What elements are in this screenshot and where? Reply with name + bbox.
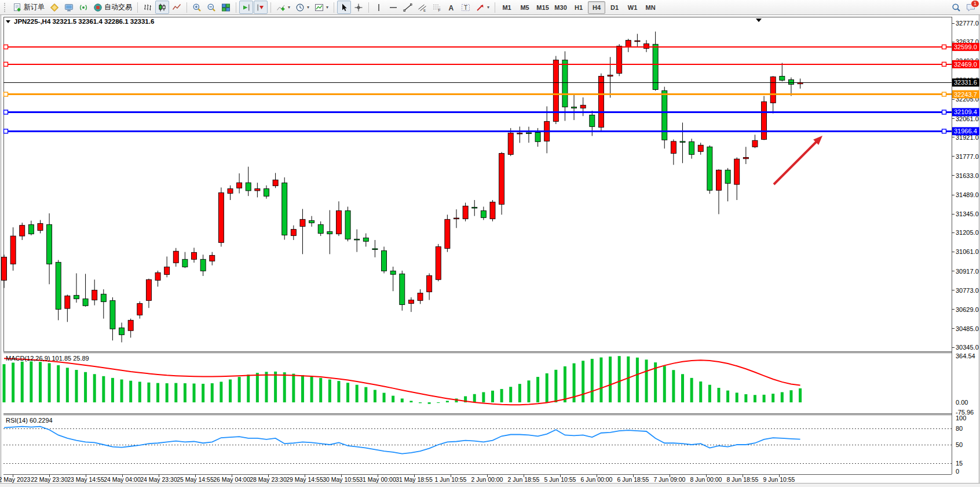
- bull-candle: [210, 255, 215, 261]
- line-handle[interactable]: [4, 62, 8, 66]
- macd-bar: [238, 377, 241, 402]
- chart-background: [0, 15, 980, 487]
- price-tick-label: 32777.0: [956, 20, 979, 27]
- text-label-button[interactable]: T: [459, 1, 473, 14]
- line-handle[interactable]: [942, 110, 946, 114]
- bear-candle: [400, 274, 405, 304]
- bear-candle: [535, 132, 540, 141]
- bull-candle: [255, 188, 260, 190]
- macd-bar: [30, 361, 32, 402]
- horizontal-line-button[interactable]: [386, 1, 400, 14]
- zoom-out-button[interactable]: [204, 1, 218, 14]
- line-handle[interactable]: [942, 45, 946, 49]
- auto-scroll-button[interactable]: [239, 1, 253, 14]
- timeframe-h1-button[interactable]: H1: [570, 1, 587, 14]
- bear-candle: [526, 133, 531, 134]
- clock-icon: [295, 3, 305, 12]
- timeframe-m15-button[interactable]: M15: [534, 1, 551, 14]
- bear-candle: [282, 183, 287, 235]
- line-handle[interactable]: [942, 129, 946, 133]
- chevron-down-icon: ▾: [326, 5, 328, 10]
- line-chart-button[interactable]: [170, 1, 184, 14]
- timeframe-m5-button[interactable]: M5: [516, 1, 533, 14]
- macd-bar: [546, 373, 548, 402]
- bear-candle: [56, 262, 61, 309]
- date-tick-label: 30 May 10:55: [323, 476, 360, 483]
- cursor-icon: [339, 3, 349, 12]
- bear-candle: [780, 76, 785, 80]
- timeframe-m1-button[interactable]: M1: [498, 1, 515, 14]
- bear-candle: [680, 141, 685, 143]
- svg-text:E: E: [423, 9, 426, 12]
- bull-candle: [273, 180, 278, 186]
- price-chart[interactable]: 32777.032637.032493.032349.032205.032061…: [0, 15, 980, 487]
- bear-candle: [83, 299, 88, 306]
- line-handle[interactable]: [4, 45, 8, 49]
- search-button[interactable]: [949, 1, 963, 14]
- text-button[interactable]: A: [444, 1, 458, 14]
- bull-candle: [10, 236, 16, 264]
- date-tick-label: 24 May 23:30: [140, 476, 177, 483]
- new-order-button-label: 新订单: [24, 2, 45, 12]
- crosshair-button[interactable]: [352, 1, 365, 14]
- horizontal-line-icon: [389, 3, 398, 12]
- price-tick-label: 31777.0: [956, 153, 979, 160]
- line-handle[interactable]: [4, 92, 8, 96]
- terminal-button[interactable]: [62, 1, 76, 14]
- tile-windows-button[interactable]: [219, 1, 233, 14]
- bull-candle: [92, 290, 97, 300]
- indicators-button[interactable]: ▾: [274, 1, 292, 14]
- timeframe-mn-button[interactable]: MN: [642, 1, 659, 14]
- bull-candle: [237, 183, 242, 188]
- candlestick-chart-button[interactable]: [155, 1, 169, 14]
- metaeditor-button[interactable]: [47, 1, 61, 14]
- bear-candle: [101, 294, 106, 301]
- macd-bar: [781, 392, 784, 402]
- line-handle[interactable]: [4, 110, 8, 114]
- trendline-button[interactable]: [401, 1, 415, 14]
- line-handle[interactable]: [4, 129, 8, 133]
- fibonacci-button[interactable]: F: [430, 1, 444, 14]
- bear-candle: [318, 224, 323, 233]
- vertical-line-button[interactable]: [372, 1, 386, 14]
- cursor-button[interactable]: [337, 1, 351, 14]
- line-handle[interactable]: [942, 92, 946, 96]
- macd-bar: [518, 384, 521, 402]
- bear-candle: [725, 170, 730, 183]
- macd-axis-label: 364.54: [956, 352, 975, 359]
- macd-bar: [527, 380, 530, 402]
- signals-button[interactable]: [76, 1, 90, 14]
- notification-badge: 1: [971, 0, 979, 8]
- new-order-button[interactable]: 新订单: [10, 1, 47, 14]
- macd-bar: [771, 394, 774, 402]
- channel-button[interactable]: E: [415, 1, 429, 14]
- autotrading-button[interactable]: 自动交易: [91, 1, 134, 14]
- bull-candle: [137, 303, 142, 315]
- macd-bar: [401, 398, 404, 402]
- bull-candle: [508, 133, 513, 154]
- zoom-in-button[interactable]: [190, 1, 204, 14]
- bull-candle: [408, 300, 414, 303]
- macd-bar: [591, 359, 594, 402]
- timeframe-m30-button[interactable]: M30: [552, 1, 569, 14]
- bear-candle: [662, 90, 667, 140]
- timeframe-w1-button[interactable]: W1: [624, 1, 641, 14]
- macd-bar: [609, 357, 612, 402]
- line-handle[interactable]: [942, 62, 946, 66]
- macd-bar: [672, 370, 675, 402]
- macd-bar: [536, 377, 539, 402]
- chart-shift-button[interactable]: [254, 1, 268, 14]
- templates-button[interactable]: ▾: [312, 1, 331, 14]
- price-tick-label: 30629.0: [956, 306, 979, 313]
- time-axis[interactable]: 22 May 202322 May 23:3023 May 14:5524 Ma…: [0, 474, 795, 483]
- arrows-button[interactable]: ▾: [473, 1, 492, 14]
- timeframe-d1-button[interactable]: D1: [606, 1, 623, 14]
- macd-bar: [346, 383, 349, 402]
- bar-chart-button[interactable]: [141, 1, 155, 14]
- chart-window[interactable]: 32777.032637.032493.032349.032205.032061…: [0, 15, 980, 487]
- timeframe-h4-button[interactable]: H4: [588, 1, 605, 14]
- bull-candle: [644, 43, 649, 48]
- periods-button[interactable]: ▾: [293, 1, 312, 14]
- macd-bar: [636, 358, 639, 402]
- notifications-button[interactable]: 1: [964, 1, 978, 14]
